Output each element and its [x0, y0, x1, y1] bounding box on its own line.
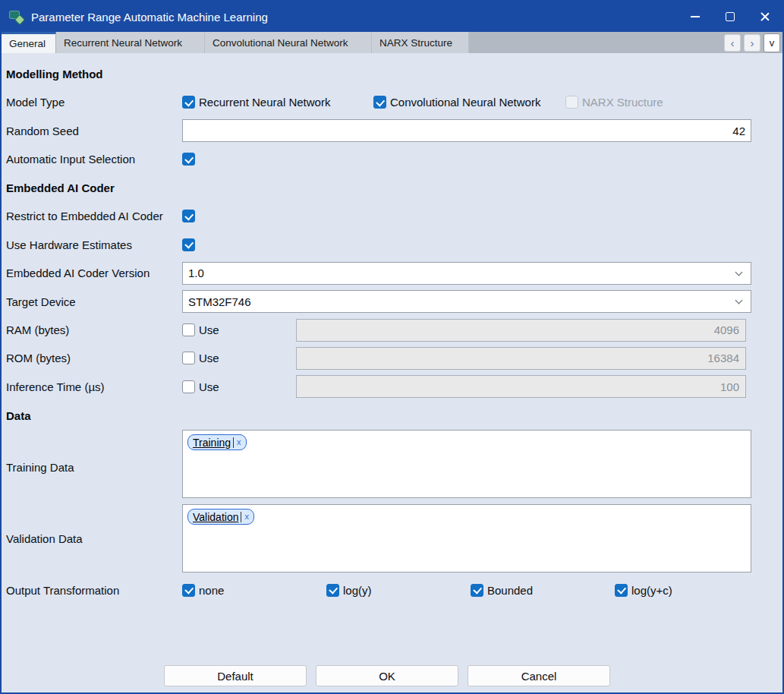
rom-row: ROM (bytes) Use 16384 [2, 344, 782, 372]
inference-use-option: Use [182, 380, 296, 393]
rom-use-option: Use [182, 352, 296, 364]
logyc-checkbox[interactable] [615, 584, 628, 597]
coder-version-row: Embedded AI Coder Version 1.0 [2, 259, 782, 287]
random-seed-label: Random Seed [6, 125, 182, 137]
tab-narx-label: NARX Structure [379, 37, 452, 49]
hardware-estimates-checkbox[interactable] [182, 238, 195, 251]
model-type-option-cnn: Convolutional Neural Network [373, 96, 565, 109]
rom-use-checkbox[interactable] [182, 352, 195, 364]
dialog-window: Parameter Range Automatic Machine Learni… [0, 0, 784, 694]
tab-list-icon: v [770, 37, 775, 49]
model-type-option-rnn: Recurrent Neural Network [182, 96, 373, 109]
ram-value-input: 4096 [296, 319, 746, 342]
cnn-checkbox-label: Convolutional Neural Network [390, 96, 540, 109]
narx-checkbox-label: NARX Structure [582, 96, 663, 109]
rnn-checkbox[interactable] [182, 96, 195, 109]
bounded-checkbox[interactable] [471, 584, 483, 597]
restrict-row: Restrict to Embedded AI Coder [2, 202, 782, 230]
app-icon [9, 9, 24, 24]
footer-button-row: Default OK Cancel [2, 665, 782, 686]
none-checkbox-label: none [199, 584, 224, 597]
window-title: Parameter Range Automatic Machine Learni… [31, 11, 268, 24]
coder-version-select[interactable]: 1.0 [182, 262, 751, 285]
tab-rnn-label: Recurrent Neural Network [64, 37, 182, 49]
training-data-field[interactable]: Training x [182, 430, 751, 498]
target-device-row: Target Device STM32F746 [2, 287, 782, 316]
rom-use-label: Use [199, 352, 219, 364]
restrict-checkbox[interactable] [182, 210, 195, 222]
validation-data-field[interactable]: Validation x [182, 504, 751, 573]
tab-scroll-left-button[interactable]: ‹ [724, 34, 741, 52]
output-transformation-row: Output Transformation none log(y) Bounde… [2, 573, 782, 607]
validation-tag-text: Validation [193, 511, 238, 523]
random-seed-row: Random Seed [2, 116, 782, 145]
section-header-data: Data [2, 401, 782, 430]
restrict-label: Restrict to Embedded AI Coder [6, 210, 182, 222]
training-data-row: Training Data Training x [2, 430, 782, 504]
ram-row: RAM (bytes) Use 4096 [2, 316, 782, 344]
window-controls [678, 2, 782, 32]
validation-tag: Validation x [187, 509, 254, 525]
training-tag: Training x [187, 434, 247, 450]
validation-data-label: Validation Data [6, 532, 182, 545]
tab-general[interactable]: General [2, 32, 56, 53]
narx-checkbox [565, 96, 578, 109]
tab-scroll-right-button[interactable]: › [744, 34, 760, 52]
tag-separator [241, 512, 241, 522]
ram-use-checkbox[interactable] [182, 323, 195, 336]
tab-list-button[interactable]: v [764, 33, 780, 52]
output-transformation-label: Output Transformation [6, 584, 182, 597]
maximize-button[interactable] [713, 2, 748, 32]
general-tab-panel: Modelling Method Model Type Recurrent Ne… [2, 53, 782, 686]
coder-version-value: 1.0 [188, 267, 204, 279]
tab-navigation: ‹ › v [724, 33, 780, 52]
hardware-estimates-row: Use Hardware Estimates [2, 230, 782, 259]
training-tag-text: Training [193, 437, 231, 449]
logyc-checkbox-label: log(y+c) [631, 584, 672, 597]
cancel-button[interactable]: Cancel [468, 665, 610, 686]
automatic-input-selection-checkbox[interactable] [182, 153, 195, 166]
output-option-logyc: log(y+c) [615, 584, 672, 597]
random-seed-input[interactable] [182, 119, 751, 142]
tab-cnn-label: Convolutional Neural Network [213, 37, 348, 49]
chevron-down-icon [735, 268, 743, 276]
cnn-checkbox[interactable] [373, 96, 386, 109]
inference-use-label: Use [199, 380, 219, 393]
ok-button[interactable]: OK [316, 665, 458, 686]
coder-version-label: Embedded AI Coder Version [6, 267, 182, 279]
training-data-label: Training Data [6, 461, 182, 474]
output-option-logy: log(y) [326, 584, 471, 597]
chevron-left-icon: ‹ [731, 37, 735, 49]
tab-general-label: General [9, 38, 46, 49]
default-button[interactable]: Default [164, 665, 307, 686]
inference-use-checkbox[interactable] [182, 380, 195, 393]
tab-bar: General Recurrent Neural Network Convolu… [2, 32, 782, 53]
minimize-button[interactable] [678, 2, 713, 32]
bounded-checkbox-label: Bounded [487, 584, 533, 597]
target-device-label: Target Device [6, 295, 182, 308]
model-type-option-narx: NARX Structure [565, 96, 663, 109]
tab-recurrent-neural-network[interactable]: Recurrent Neural Network [56, 32, 205, 53]
rnn-checkbox-label: Recurrent Neural Network [199, 96, 330, 109]
target-device-select[interactable]: STM32F746 [182, 290, 751, 313]
tab-narx-structure[interactable]: NARX Structure [372, 32, 469, 53]
maximize-icon [726, 12, 735, 21]
validation-data-row: Validation Data Validation x [2, 504, 782, 573]
model-type-label: Model Type [6, 96, 182, 109]
rom-label: ROM (bytes) [6, 352, 182, 364]
tab-convolutional-neural-network[interactable]: Convolutional Neural Network [205, 32, 372, 53]
target-device-value: STM32F746 [188, 295, 251, 308]
ram-use-option: Use [182, 323, 296, 336]
rom-value-input: 16384 [296, 347, 746, 370]
ram-label: RAM (bytes) [6, 323, 182, 336]
tag-remove-button[interactable]: x [244, 513, 250, 521]
tag-remove-button[interactable]: x [236, 438, 242, 446]
minimize-icon [691, 16, 700, 17]
section-header-modelling-method: Modelling Method [2, 59, 782, 88]
automatic-input-selection-label: Automatic Input Selection [6, 153, 182, 166]
none-checkbox[interactable] [182, 584, 195, 597]
close-button[interactable] [748, 2, 782, 32]
logy-checkbox-label: log(y) [343, 584, 372, 597]
logy-checkbox[interactable] [326, 584, 339, 597]
ram-use-label: Use [199, 323, 219, 336]
